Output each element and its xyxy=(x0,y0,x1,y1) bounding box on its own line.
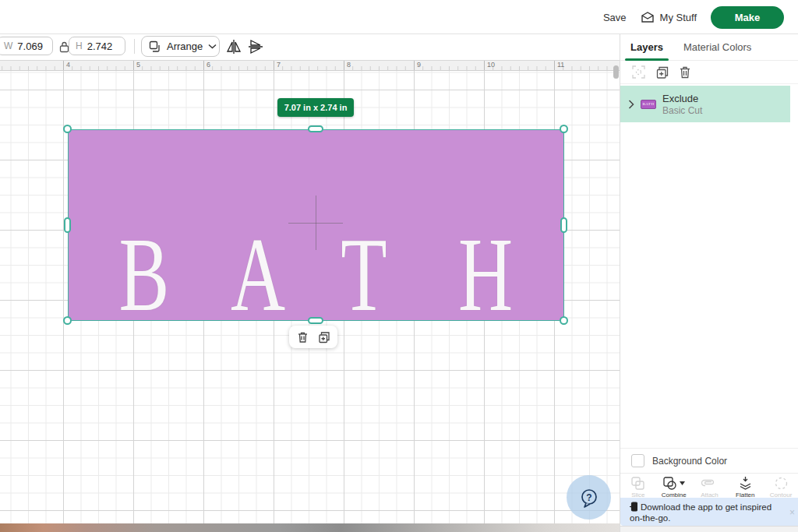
flip-vertical-icon xyxy=(248,40,263,54)
flip-horizontal-button[interactable] xyxy=(224,37,243,56)
ruler-tick: 10 xyxy=(487,61,495,69)
make-button[interactable]: Make xyxy=(711,6,784,29)
my-stuff-button[interactable]: My Stuff xyxy=(641,11,697,23)
panel-tabs: Layers Material Colors xyxy=(620,34,798,61)
flip-horizontal-icon xyxy=(226,40,242,54)
help-button[interactable]: ? xyxy=(567,475,611,520)
attach-button: Attach xyxy=(692,476,726,499)
design-canvas[interactable]: 4 5 6 7 8 9 10 11 B A T H 7.07 in x 2.74… xyxy=(0,60,620,532)
duplicate-shape-button[interactable] xyxy=(317,330,331,344)
width-label: W xyxy=(4,41,12,51)
save-label: Save xyxy=(603,12,627,23)
layers-panel: Layers Material Colors BATH Exclude xyxy=(620,34,798,532)
slice-icon xyxy=(630,476,645,491)
flip-vertical-button[interactable] xyxy=(246,37,265,56)
flatten-button[interactable]: Flatten xyxy=(728,476,762,499)
layer-thumbnail: BATH xyxy=(641,100,656,109)
resize-handle-right[interactable] xyxy=(560,217,567,233)
layer-actions-row xyxy=(620,61,798,84)
ruler-tick: 11 xyxy=(557,61,564,69)
background-color-label: Background Color xyxy=(652,456,727,467)
contour-icon xyxy=(774,476,789,491)
resize-handle-bottom-left[interactable] xyxy=(63,316,72,325)
height-label: H xyxy=(76,41,83,51)
svg-text:?: ? xyxy=(586,491,591,502)
layer-cut-type: Basic Cut xyxy=(662,105,702,116)
shape-letter: B xyxy=(119,222,170,327)
my-stuff-label: My Stuff xyxy=(660,12,697,23)
resize-handle-left[interactable] xyxy=(64,217,71,233)
ruler-tick: 4 xyxy=(66,61,70,69)
background-color-checkbox[interactable] xyxy=(631,454,644,467)
shape-letter: H xyxy=(458,222,513,327)
notification-text: Download the app to get inspired on-the-… xyxy=(630,502,785,523)
my-stuff-icon xyxy=(641,11,655,23)
phone-icon xyxy=(630,502,637,512)
shape-center-crosshair xyxy=(316,196,316,250)
height-input[interactable] xyxy=(87,41,118,52)
top-bar: Save My Stuff Make xyxy=(0,0,798,34)
delete-shape-button[interactable] xyxy=(295,330,309,344)
page-under-strip xyxy=(620,526,798,532)
layer-name: Exclude xyxy=(662,93,702,104)
flatten-icon xyxy=(738,476,753,491)
resize-handle-bottom[interactable] xyxy=(308,317,323,324)
layer-thumbnail-text: BATH xyxy=(642,102,654,106)
notification-close-icon[interactable]: × xyxy=(789,507,795,518)
resize-handle-top[interactable] xyxy=(308,125,323,132)
toolbar-divider xyxy=(134,39,135,54)
layer-item-exclude[interactable]: BATH Exclude Basic Cut xyxy=(620,86,790,122)
shape-letter: T xyxy=(341,222,387,327)
help-question-icon: ? xyxy=(578,487,600,509)
delete-layer-icon[interactable] xyxy=(679,65,691,79)
height-field[interactable]: H xyxy=(69,37,125,55)
combine-icon xyxy=(662,476,685,491)
resize-handle-top-left[interactable] xyxy=(63,125,72,133)
width-input[interactable] xyxy=(17,41,48,52)
ruler-tick: 8 xyxy=(347,61,351,69)
ruler-tick: 5 xyxy=(136,61,140,69)
shape-letter: A xyxy=(231,222,285,327)
app-promo-notification: Download the app to get inspired on-the-… xyxy=(620,498,798,526)
canvas-scrollbar[interactable] xyxy=(613,65,619,79)
layer-operations-toolbar: Slice Combine Attach xyxy=(620,473,798,499)
duplicate-layer-icon[interactable] xyxy=(655,65,669,79)
lock-icon xyxy=(59,41,69,53)
selection-action-pill xyxy=(289,326,337,348)
size-badge: 7.07 in x 2.74 in xyxy=(277,98,354,117)
arrange-button[interactable]: Arrange xyxy=(141,36,220,57)
combine-button[interactable]: Combine xyxy=(657,476,691,499)
background-color-row: Background Color xyxy=(620,448,798,473)
contour-button: Contour xyxy=(764,476,798,499)
resize-handle-bottom-right[interactable] xyxy=(560,316,568,325)
edit-toolbar: W H Arrange xyxy=(0,35,620,60)
slice-button: Slice xyxy=(621,476,655,499)
arrange-icon xyxy=(149,41,161,53)
canvas-grid[interactable]: B A T H 7.07 in x 2.74 in xyxy=(0,71,620,523)
ruler-tick: 7 xyxy=(277,61,281,69)
horizontal-ruler: 4 5 6 7 8 9 10 11 xyxy=(0,60,620,71)
width-field[interactable]: W xyxy=(0,37,53,55)
resize-handle-top-right[interactable] xyxy=(560,125,568,133)
background-photo-strip xyxy=(0,523,620,532)
tab-material-colors[interactable]: Material Colors xyxy=(673,34,761,61)
arrange-label: Arrange xyxy=(167,41,203,52)
chevron-down-icon xyxy=(208,44,217,49)
tab-layers[interactable]: Layers xyxy=(620,34,673,61)
ruler-tick: 6 xyxy=(207,61,210,69)
ruler-tick: 9 xyxy=(417,61,421,69)
save-button[interactable]: Save xyxy=(603,12,627,23)
attach-icon xyxy=(701,476,717,491)
select-all-icon[interactable] xyxy=(631,65,646,79)
layer-expand-chevron-icon[interactable] xyxy=(628,100,634,109)
